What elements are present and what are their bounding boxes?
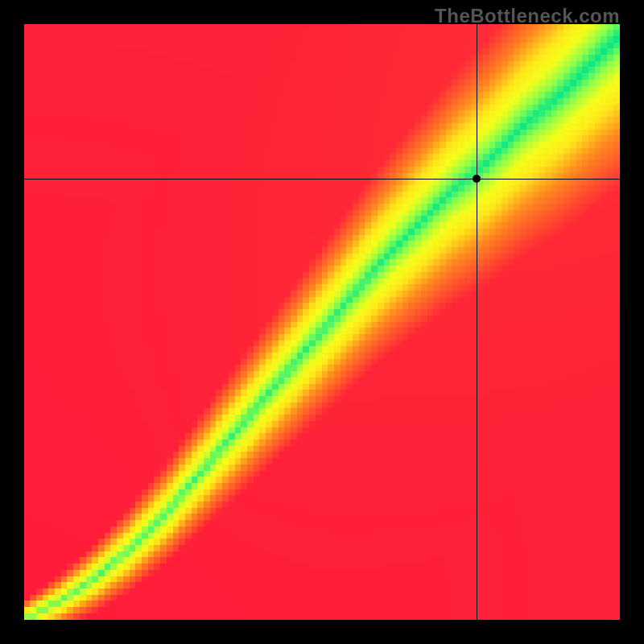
heatmap-canvas [24, 24, 620, 620]
crosshair-vertical [477, 24, 477, 620]
heatmap-plot [24, 24, 620, 620]
watermark-text: TheBottleneck.com [435, 5, 620, 27]
marker-point [473, 175, 481, 183]
crosshair-horizontal [24, 179, 620, 180]
chart-frame: TheBottleneck.com [0, 0, 644, 644]
